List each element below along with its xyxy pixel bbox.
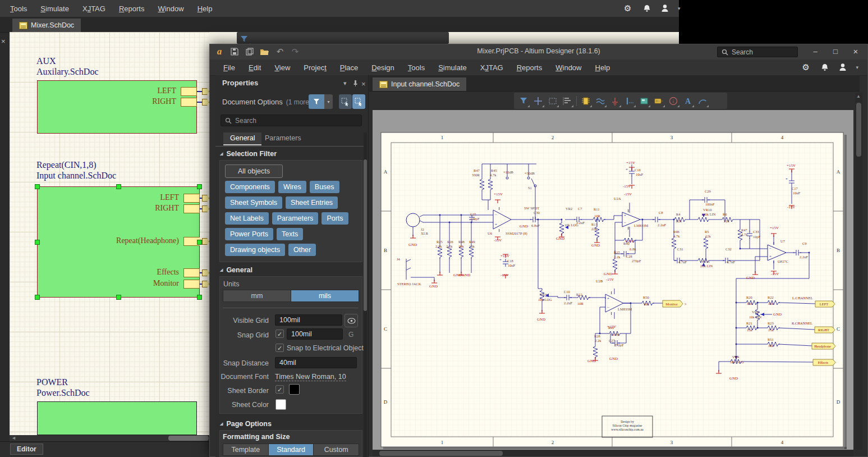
- filter-drawing-objects-button[interactable]: Drawing objects: [225, 244, 285, 256]
- sheet-border-color-swatch[interactable]: [289, 384, 300, 395]
- snap-electrical-checkbox[interactable]: ✓: [275, 344, 284, 352]
- document-font-link[interactable]: Times New Roman, 10: [275, 373, 346, 381]
- gear-icon[interactable]: ⚙: [624, 3, 634, 13]
- units-mm-option[interactable]: mm: [223, 290, 291, 301]
- panel-scroll-thumb[interactable]: [364, 159, 367, 311]
- tab-mixer-schdoc[interactable]: Mixer.SchDoc: [12, 19, 81, 32]
- filter-dropdown-icon[interactable]: ▾: [324, 94, 333, 109]
- sheet-entry[interactable]: [183, 280, 200, 289]
- selection-handle[interactable]: [116, 295, 121, 300]
- selection-handle[interactable]: [35, 240, 40, 245]
- filter-parameters-button[interactable]: Parameters: [272, 212, 319, 225]
- toolbar-noerc-icon[interactable]: i: [666, 94, 681, 108]
- snap-grid-input[interactable]: 100mil: [287, 328, 343, 340]
- filter-button[interactable]: [309, 94, 324, 109]
- units-mils-option[interactable]: mils: [291, 290, 359, 301]
- filter-all-objects-button[interactable]: All objects: [225, 164, 283, 178]
- bg-editor-hscrollbar[interactable]: ◄: [10, 435, 209, 441]
- filter-components-button[interactable]: Components: [225, 181, 275, 193]
- menu-item-design[interactable]: Design: [365, 63, 401, 72]
- bell-icon[interactable]: [642, 3, 652, 13]
- toolbar-arc-icon[interactable]: [695, 94, 710, 108]
- format-tab-standard[interactable]: Standard: [269, 444, 314, 455]
- tab-general[interactable]: General: [223, 132, 261, 145]
- toolbar-part-icon[interactable]: [578, 94, 593, 108]
- menu-item-window[interactable]: Window: [151, 4, 190, 13]
- titlebar[interactable]: a ↶ ↷ Mixer.PrjPCB - Altium Designer (18…: [210, 44, 867, 60]
- editor-mode-button[interactable]: Editor: [10, 444, 43, 455]
- selection-handle[interactable]: [197, 240, 202, 245]
- menu-item-help[interactable]: Help: [191, 4, 219, 13]
- snap-grid-checkbox[interactable]: ✓: [275, 330, 284, 338]
- port-clipped[interactable]: [202, 88, 209, 95]
- altium-logo-icon[interactable]: a: [214, 46, 224, 57]
- scroll-up-icon[interactable]: ▲: [856, 94, 861, 99]
- menu-item-help[interactable]: Help: [588, 63, 617, 72]
- gear-icon[interactable]: ⚙: [802, 62, 812, 72]
- menu-item-tools[interactable]: Tools: [3, 4, 34, 13]
- panel-close-icon[interactable]: ×: [1, 37, 6, 45]
- select-overlap-button[interactable]: [339, 94, 352, 109]
- menu-item-simulate[interactable]: Simulate: [34, 4, 76, 13]
- section-general[interactable]: General: [220, 266, 252, 274]
- global-search-box[interactable]: Search: [717, 47, 798, 57]
- toolbar-harness-icon[interactable]: D1: [651, 94, 666, 108]
- menu-item-xjtag[interactable]: XJTAG: [474, 63, 510, 72]
- selection-handle[interactable]: [197, 184, 202, 189]
- toolbar-filter-icon[interactable]: [516, 94, 531, 108]
- panel-close-icon[interactable]: ×: [361, 80, 366, 88]
- selection-handle[interactable]: [116, 184, 121, 189]
- user-icon[interactable]: [660, 3, 670, 13]
- filter-buses-button[interactable]: Buses: [310, 181, 339, 193]
- maximize-button[interactable]: □: [828, 46, 843, 57]
- port-clipped[interactable]: [202, 205, 209, 212]
- port-clipped[interactable]: [202, 281, 209, 287]
- selection-handle[interactable]: [197, 295, 202, 300]
- visible-grid-input[interactable]: 100mil: [275, 314, 342, 326]
- scroll-left-icon[interactable]: ◄: [11, 435, 16, 441]
- toolbar-align-icon[interactable]: [560, 94, 575, 108]
- menu-item-file[interactable]: File: [217, 63, 242, 72]
- menu-item-window[interactable]: Window: [549, 63, 588, 72]
- toolbar-sheet-icon[interactable]: [637, 94, 651, 108]
- filter-sheet-entries-button[interactable]: Sheet Entries: [286, 196, 338, 209]
- menu-item-xjtag[interactable]: XJTAG: [76, 4, 112, 13]
- bg-schematic-editor[interactable]: AUXAuxilary.SchDocLEFTRIGHTRepeat(CIN,1,…: [10, 32, 209, 435]
- menu-item-place[interactable]: Place: [333, 63, 365, 72]
- sheet-entry[interactable]: [183, 268, 200, 277]
- sheet-entry[interactable]: [183, 194, 200, 203]
- panel-scrollbar[interactable]: [364, 132, 367, 457]
- section-page-options[interactable]: Page Options: [220, 420, 272, 428]
- panel-search-box[interactable]: Search: [221, 115, 362, 126]
- minimize-button[interactable]: –: [808, 46, 823, 57]
- menu-item-simulate[interactable]: Simulate: [431, 63, 474, 72]
- menu-item-tools[interactable]: Tools: [401, 63, 431, 72]
- user-caret-icon[interactable]: ▾: [678, 6, 681, 11]
- filter-sheet-symbols-button[interactable]: Sheet Symbols: [225, 196, 282, 209]
- filter-net-labels-button[interactable]: Net Labels: [225, 212, 269, 225]
- filter-other-button[interactable]: Other: [288, 244, 316, 256]
- sheet-border-checkbox[interactable]: ✓: [275, 385, 284, 394]
- sheet-entry[interactable]: [183, 204, 200, 213]
- filter-wires-button[interactable]: Wires: [278, 181, 306, 193]
- schematic-viewport[interactable]: 11223344AABBCCDD+++−++−−++−R47330RR454.7…: [373, 110, 853, 450]
- toolbar-select-icon[interactable]: [545, 94, 560, 108]
- open-folder-icon[interactable]: [260, 46, 270, 57]
- tab-input-channel-schdoc[interactable]: Input channel.SchDoc: [373, 77, 466, 91]
- vscroll-thumb[interactable]: [856, 103, 861, 157]
- redo-icon[interactable]: ↷: [290, 46, 300, 57]
- tab-parameters[interactable]: Parameters: [258, 132, 308, 145]
- port-clipped[interactable]: [202, 238, 209, 245]
- filter-texts-button[interactable]: Texts: [277, 228, 303, 240]
- visible-grid-eye-button[interactable]: [345, 314, 358, 327]
- save-icon[interactable]: [229, 46, 240, 57]
- port-clipped[interactable]: [202, 269, 209, 276]
- close-button[interactable]: ×: [848, 46, 863, 57]
- select-touching-button[interactable]: [352, 94, 365, 109]
- bell-icon[interactable]: [820, 62, 830, 72]
- panel-dropdown-icon[interactable]: ▾: [343, 80, 347, 87]
- sheet-color-swatch[interactable]: [275, 399, 286, 410]
- toolbar-wire-icon[interactable]: [593, 94, 608, 108]
- save-all-icon[interactable]: [245, 46, 255, 57]
- format-tab-template[interactable]: Template: [223, 444, 269, 455]
